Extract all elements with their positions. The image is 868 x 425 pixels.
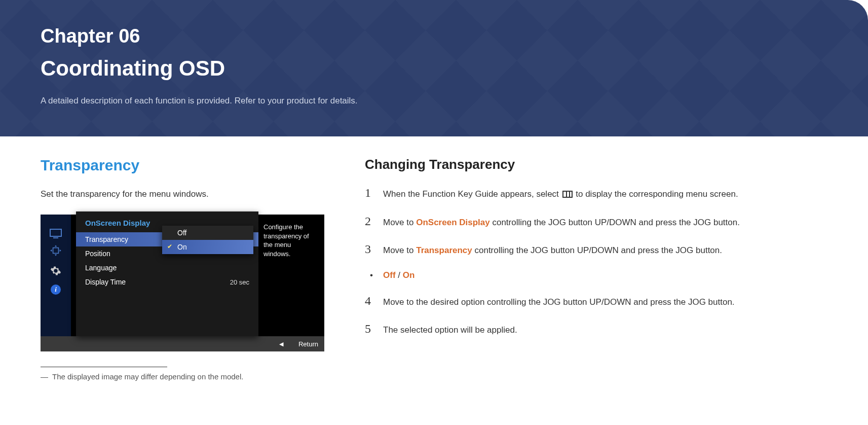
step-4: 4 Move to the desired option controlling… [365, 293, 827, 310]
text: controlling the JOG button UP/DOWN and p… [472, 245, 722, 255]
highlight-transparency: Transparency [416, 245, 472, 255]
step-5: 5 The selected option will be applied. [365, 321, 827, 338]
info-icon: i [51, 285, 61, 295]
footnote-dash: ― [41, 372, 48, 381]
chapter-desc: A detailed description of each function … [41, 96, 827, 106]
step-2: 2 Move to OnScreen Display controlling t… [365, 213, 827, 230]
section-intro: Set the transparency for the menu window… [41, 189, 334, 199]
step-number: 5 [365, 321, 383, 338]
step-text: Move to OnScreen Display controlling the… [383, 217, 740, 229]
step-text: Move to Transparency controlling the JOG… [383, 244, 722, 257]
osd-menu-panel: OnScreen Display Transparency Position L… [76, 211, 258, 336]
osd-item-language: Language [76, 261, 258, 275]
step-number: 4 [365, 293, 383, 310]
move-icon [48, 244, 64, 257]
osd-help-text: Configure the transparency of the menu w… [258, 215, 324, 336]
osd-return-label: Return [298, 340, 318, 348]
step-3: 3 Move to Transparency controlling the J… [365, 241, 827, 258]
option-off: Off [383, 270, 396, 280]
footnote-rule [41, 367, 167, 367]
osd-dropdown-off: Off [162, 226, 253, 240]
text: Move to [383, 245, 416, 255]
osd-dropdown: Off On [162, 226, 253, 254]
osd-footer: ◀ Return [41, 336, 324, 351]
text: Move to [383, 218, 416, 227]
step-number: 2 [365, 213, 383, 230]
step-number: 1 [365, 185, 383, 202]
bullet: • [365, 269, 383, 281]
footnote: ―The displayed image may differ dependin… [41, 372, 334, 381]
osd-sidebar: i [41, 215, 71, 336]
menu-grid-icon [562, 191, 573, 198]
section-heading-changing: Changing Transparency [365, 157, 827, 172]
chapter-title: Coordinating OSD [41, 56, 827, 81]
step-list: 1 When the Function Key Guide appears, s… [365, 185, 827, 338]
footnote-text: The displayed image may differ depending… [52, 372, 243, 381]
text: When the Function Key Guide appears, sel… [383, 189, 561, 199]
left-column: Transparency Set the transparency for th… [41, 157, 334, 381]
step-1: 1 When the Function Key Guide appears, s… [365, 185, 827, 202]
svg-rect-0 [53, 248, 59, 254]
section-heading-transparency: Transparency [41, 157, 334, 174]
right-column: Changing Transparency 1 When the Functio… [365, 157, 827, 381]
page-content: Transparency Set the transparency for th… [0, 136, 868, 401]
osd-dropdown-on: On [162, 240, 253, 254]
step-text: Off / On [383, 269, 414, 281]
step-number: 3 [365, 241, 383, 258]
text: controlling the JOG button UP/DOWN and p… [490, 218, 740, 227]
chapter-banner: Chapter 06 Coordinating OSD A detailed d… [0, 0, 868, 136]
chapter-label: Chapter 06 [41, 25, 827, 47]
osd-item-display-time: Display Time 20 sec [76, 275, 258, 289]
step-text: The selected option will be applied. [383, 324, 517, 336]
highlight-onscreen-display: OnScreen Display [416, 218, 490, 227]
separator: / [396, 270, 403, 280]
osd-item-label: Language [85, 264, 249, 272]
gear-icon [48, 264, 64, 277]
left-arrow-icon: ◀ [279, 341, 283, 347]
text: to display the corresponding menu screen… [574, 189, 738, 199]
osd-item-value: 20 sec [230, 278, 249, 286]
step-options: • Off / On [365, 269, 827, 281]
osd-item-label: Display Time [85, 278, 230, 286]
option-on: On [403, 270, 415, 280]
step-text: When the Function Key Guide appears, sel… [383, 188, 738, 200]
step-text: Move to the desired option controlling t… [383, 296, 735, 308]
osd-screenshot: i OnScreen Display Transparency Position… [41, 215, 324, 351]
osd-main: i OnScreen Display Transparency Position… [41, 215, 324, 336]
monitor-icon [50, 229, 62, 237]
